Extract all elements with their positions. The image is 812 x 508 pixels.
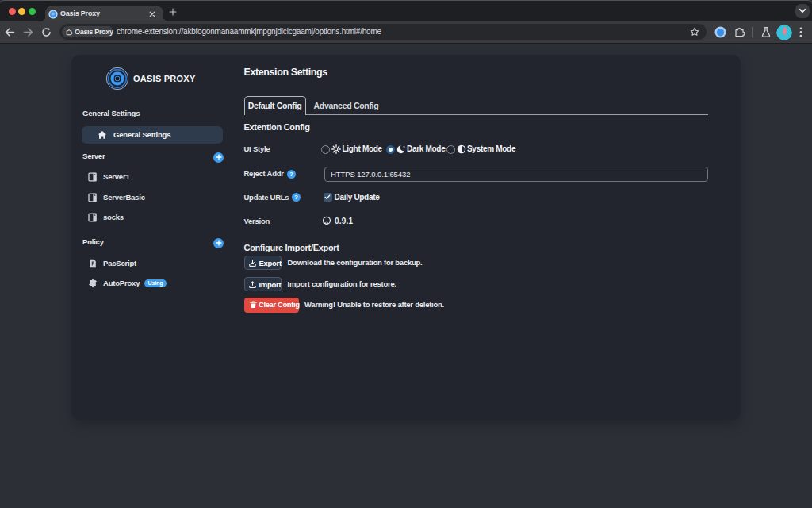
sidebar-item-label: PacScript <box>103 255 136 272</box>
sidebar-item-general-settings[interactable]: General Settings <box>82 126 223 144</box>
minimize-window-button[interactable] <box>18 8 25 15</box>
sidebar-item-label: AutoProxy <box>103 275 140 292</box>
zoom-window-button[interactable] <box>29 8 36 15</box>
radio-light-mode[interactable] <box>321 145 330 154</box>
oasis-proxy-logo <box>105 67 129 90</box>
export-button[interactable]: Export <box>244 256 282 270</box>
version-label: Version <box>244 216 270 227</box>
url-text: chrome-extension://akbfogonmanaammkjmpgn… <box>117 24 381 40</box>
section-label-server: Server <box>82 152 105 160</box>
import-button-label: Import <box>259 278 282 291</box>
tab-title: Oasis Proxy <box>60 6 100 22</box>
extension-name-chip[interactable]: Oasis Proxy <box>62 26 113 37</box>
clear-config-button-label: Clear Config <box>259 298 300 312</box>
address-bar[interactable]: Oasis Proxy chrome-extension://akbfogonm… <box>59 24 707 40</box>
update-urls-label: Update URLs <box>244 192 289 203</box>
tab-close-icon[interactable] <box>148 10 156 18</box>
server-icon <box>88 213 98 222</box>
new-tab-button[interactable] <box>169 8 177 16</box>
import-button[interactable]: Import <box>244 277 282 291</box>
tab-favicon-oasis-icon <box>48 10 58 19</box>
chip-label: Oasis Proxy <box>75 26 113 37</box>
sun-icon <box>331 144 341 154</box>
upload-icon <box>249 281 257 289</box>
daily-update-label[interactable]: Daily Update <box>335 192 380 203</box>
info-icon[interactable]: ? <box>287 170 296 179</box>
info-icon[interactable]: ? <box>292 193 301 202</box>
profile-avatar[interactable] <box>776 25 792 40</box>
add-policy-button[interactable] <box>213 238 224 248</box>
server-icon <box>88 193 98 202</box>
section-heading-extension-config: Extention Config <box>244 122 310 132</box>
sidebar-item-label: General Settings <box>113 126 170 144</box>
script-icon <box>88 259 98 268</box>
reject-addr-input[interactable]: HTTPS 127.0.0.1:65432 <box>324 167 708 182</box>
extension-options-page: OASIS PROXY General Settings General Set… <box>0 44 812 508</box>
tab-search-button[interactable] <box>795 4 810 18</box>
toolbar-divider <box>752 27 753 37</box>
version-value: 0.9.1 <box>335 216 353 227</box>
radio-system-mode[interactable] <box>446 145 455 154</box>
server-icon <box>88 172 98 182</box>
browser-tab[interactable]: Oasis Proxy <box>45 6 163 22</box>
moon-icon <box>396 144 406 154</box>
reload-icon[interactable] <box>41 27 52 37</box>
system-mode-label[interactable]: System Mode <box>467 144 515 155</box>
sidebar-item-pacscript[interactable]: PacScript <box>71 255 243 272</box>
tab-default-config[interactable]: Default Config <box>244 96 306 115</box>
tab-advanced-config[interactable]: Advanced Config <box>314 96 379 115</box>
extensions-puzzle-icon[interactable] <box>733 26 745 38</box>
bookmark-star-icon[interactable] <box>690 27 699 37</box>
sidebar-item-server1[interactable]: Server1 <box>71 168 243 186</box>
using-badge: Using <box>144 279 167 287</box>
reject-addr-value: HTTPS 127.0.0.1:65432 <box>331 167 410 181</box>
labs-flask-icon[interactable] <box>760 26 772 38</box>
trash-icon <box>250 301 257 309</box>
sidebar-item-label: Server1 <box>103 168 129 186</box>
sidebar-item-label: socks <box>103 209 124 226</box>
download-icon <box>249 260 257 267</box>
sidebar-item-autoproxy[interactable]: AutoProxy Using <box>71 275 243 292</box>
import-description: Import configuration for restore. <box>288 279 396 290</box>
menu-dots-icon[interactable] <box>799 27 802 37</box>
clear-config-button[interactable]: Clear Config <box>244 298 299 313</box>
light-mode-label[interactable]: Light Mode <box>343 144 382 155</box>
radio-dark-mode[interactable] <box>386 145 395 154</box>
tab-strip: Oasis Proxy <box>0 0 812 21</box>
back-icon[interactable] <box>5 27 15 37</box>
logo-text: OASIS PROXY <box>133 67 196 90</box>
half-circle-icon <box>457 144 466 154</box>
add-server-button[interactable] <box>213 152 224 163</box>
github-icon[interactable] <box>322 216 331 225</box>
daily-update-checkbox[interactable] <box>324 193 332 202</box>
oasis-extension-icon[interactable] <box>714 26 726 38</box>
app-panel: OASIS PROXY General Settings General Set… <box>71 55 741 420</box>
ui-style-label: UI Style <box>244 144 270 155</box>
sidebar-item-socks[interactable]: socks <box>71 209 243 226</box>
signpost-icon <box>88 279 98 288</box>
browser-toolbar: Oasis Proxy chrome-extension://akbfogonm… <box>0 21 812 43</box>
reject-addr-label: Reject Addr <box>244 168 284 179</box>
home-icon <box>98 130 107 140</box>
sidebar-item-serverbasic[interactable]: ServerBasic <box>71 189 243 206</box>
export-button-label: Export <box>259 256 282 270</box>
close-window-button[interactable] <box>9 8 16 15</box>
clear-config-warning: Warning! Unable to restore after deletio… <box>304 299 444 310</box>
section-label-general: General Settings <box>82 109 140 117</box>
sidebar-item-label: ServerBasic <box>103 189 145 206</box>
page-title: Extension Settings <box>244 66 327 79</box>
puzzle-icon <box>65 28 73 36</box>
forward-icon[interactable] <box>23 27 33 37</box>
section-heading-import-export: Configure Import/Export <box>244 243 339 252</box>
dark-mode-label[interactable]: Dark Mode <box>407 144 445 155</box>
export-description: Download the configuration for backup. <box>288 257 423 268</box>
section-label-policy: Policy <box>82 237 104 246</box>
